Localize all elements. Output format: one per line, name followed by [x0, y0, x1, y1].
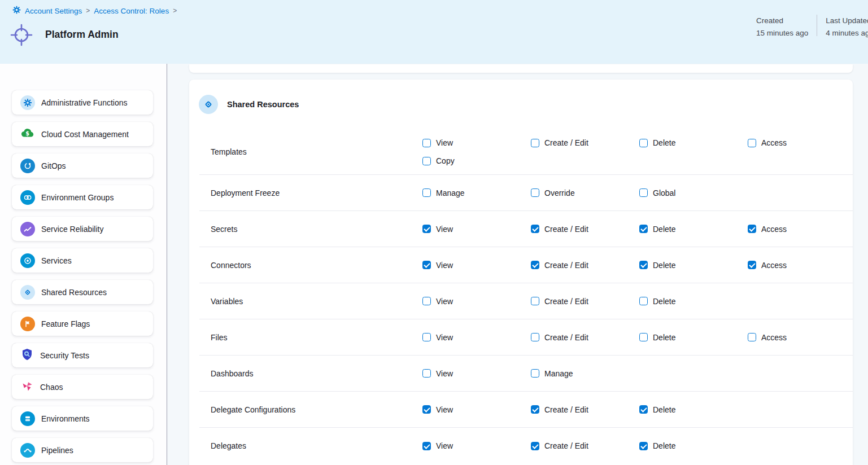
- pipelines-icon: [20, 443, 35, 458]
- sidebar-item-chaos[interactable]: Chaos: [12, 375, 153, 399]
- checkbox-label: Access: [761, 225, 787, 234]
- checkbox-delegate-configurations-create-edit[interactable]: [531, 405, 539, 414]
- permission-cell: View: [422, 225, 531, 234]
- checkbox-delegate-configurations-delete[interactable]: [639, 405, 648, 414]
- permission-cell: Create / Edit: [531, 225, 639, 234]
- page-title: Platform Admin: [45, 29, 119, 41]
- checkbox-secrets-access[interactable]: [748, 225, 756, 233]
- last-updated-value: 4 minutes ago: [826, 27, 868, 40]
- checkbox-label: Copy: [436, 156, 455, 165]
- sidebar-item-label: Environments: [41, 414, 90, 423]
- checkbox-delegates-delete[interactable]: [639, 442, 648, 450]
- permission-cell: View: [422, 297, 531, 306]
- checkbox-connectors-delete[interactable]: [639, 261, 648, 269]
- checkbox-secrets-delete[interactable]: [639, 225, 648, 233]
- checkbox-dashboards-view[interactable]: [422, 369, 431, 378]
- checkbox-label: Create / Edit: [544, 297, 588, 306]
- checkbox-secrets-create-edit[interactable]: [531, 225, 539, 233]
- checkbox-deployment-freeze-global[interactable]: [639, 188, 648, 197]
- permission-cell: Create / Edit: [531, 297, 639, 306]
- checkbox-label: Create / Edit: [544, 441, 588, 450]
- checkbox-label: Create / Edit: [544, 138, 588, 147]
- shared-resources-icon: [199, 95, 218, 114]
- permission-row-deployment-freeze: Deployment FreezeManageOverrideGlobal: [199, 175, 853, 211]
- checkbox-files-access[interactable]: [748, 333, 756, 341]
- checkbox-templates-create-edit[interactable]: [531, 139, 539, 147]
- sidebar-item-pipelines[interactable]: Pipelines: [12, 438, 153, 462]
- checkbox-label: Create / Edit: [544, 225, 588, 234]
- resource-label: Templates: [199, 147, 422, 156]
- checkbox-connectors-view[interactable]: [422, 261, 431, 269]
- checkbox-label: Delete: [653, 405, 675, 414]
- resource-label: Deployment Freeze: [199, 188, 422, 198]
- checkbox-templates-view[interactable]: [422, 139, 431, 147]
- permission-row-delegates: DelegatesViewCreate / EditDelete: [199, 428, 853, 464]
- sidebar-item-cloud-cost-management[interactable]: $Cloud Cost Management: [12, 122, 153, 146]
- sidebar-item-shared-resources[interactable]: Shared Resources: [12, 280, 153, 304]
- sidebar-item-label: GitOps: [41, 161, 66, 170]
- admin-functions-icon: [20, 95, 35, 110]
- permission-row-files: FilesViewCreate / EditDeleteAccess: [199, 319, 853, 356]
- section-header: Shared Resources: [189, 80, 853, 129]
- checkbox-delegates-view[interactable]: [422, 442, 431, 450]
- checkbox-variables-create-edit[interactable]: [531, 297, 539, 305]
- breadcrumb-access-control-roles[interactable]: Access Control: Roles: [94, 7, 169, 15]
- sidebar-item-administrative-functions[interactable]: Administrative Functions: [12, 90, 153, 115]
- permission-cell: Delete: [639, 333, 748, 342]
- checkbox-files-view[interactable]: [422, 333, 431, 341]
- crosshair-icon: [9, 23, 34, 50]
- checkbox-label: Delete: [653, 261, 675, 270]
- cloud-cost-icon: $: [20, 126, 35, 142]
- permission-row-delegate-configurations: Delegate ConfigurationsViewCreate / Edit…: [199, 392, 853, 428]
- permission-cell: Access: [748, 138, 856, 147]
- checkbox-label: View: [436, 441, 453, 450]
- last-updated-label: Last Updated: [826, 15, 868, 27]
- sidebar-item-gitops[interactable]: GitOps: [12, 153, 153, 178]
- checkbox-label: View: [436, 369, 453, 378]
- gitops-icon: [20, 159, 35, 173]
- checkbox-delegate-configurations-view[interactable]: [422, 405, 431, 414]
- breadcrumb-account-settings[interactable]: Account Settings: [25, 7, 82, 15]
- permissions-table: TemplatesViewCreate / EditDeleteAccessCo…: [189, 129, 853, 464]
- checkbox-deployment-freeze-override[interactable]: [531, 188, 539, 197]
- sidebar-item-label: Feature Flags: [41, 319, 90, 328]
- checkbox-files-delete[interactable]: [639, 333, 648, 341]
- permission-cell: View: [422, 261, 531, 270]
- sidebar-item-environment-groups[interactable]: Environment Groups: [12, 185, 153, 209]
- services-icon: [20, 253, 35, 268]
- sidebar-item-environments[interactable]: Environments: [12, 406, 153, 431]
- checkbox-variables-view[interactable]: [422, 297, 431, 305]
- breadcrumb: Account Settings > Access Control: Roles…: [12, 6, 177, 16]
- previous-section-card-edge: [189, 64, 853, 73]
- checkbox-templates-delete[interactable]: [639, 139, 648, 147]
- sidebar-item-services[interactable]: Services: [12, 248, 153, 273]
- checkbox-connectors-access[interactable]: [748, 261, 756, 269]
- checkbox-label: Manage: [544, 369, 573, 378]
- checkbox-label: Create / Edit: [544, 333, 588, 342]
- checkbox-connectors-create-edit[interactable]: [531, 261, 539, 269]
- checkbox-dashboards-manage[interactable]: [531, 369, 539, 378]
- resource-label: Connectors: [199, 261, 422, 270]
- sidebar-item-label: Pipelines: [41, 446, 73, 455]
- sidebar-item-label: Chaos: [40, 383, 63, 392]
- sidebar-item-feature-flags[interactable]: Feature Flags: [12, 312, 153, 336]
- permission-cell: Delete: [639, 405, 748, 414]
- checkbox-secrets-view[interactable]: [422, 225, 431, 233]
- service-reliability-icon: [20, 222, 35, 236]
- checkbox-deployment-freeze-manage[interactable]: [422, 188, 431, 197]
- checkbox-templates-access[interactable]: [748, 139, 756, 147]
- created-value: 15 minutes ago: [756, 27, 808, 40]
- permission-row-connectors: ConnectorsViewCreate / EditDeleteAccess: [199, 247, 853, 283]
- permission-cell: Global: [639, 188, 748, 198]
- checkbox-delegates-create-edit[interactable]: [531, 442, 539, 450]
- sidebar-item-security-tests[interactable]: Security Tests: [12, 343, 153, 367]
- checkbox-label: Override: [544, 188, 575, 198]
- checkbox-templates-copy[interactable]: [422, 157, 431, 165]
- checkbox-label: View: [436, 405, 453, 414]
- checkbox-files-create-edit[interactable]: [531, 333, 539, 341]
- checkbox-label: View: [436, 297, 453, 306]
- sidebar-item-service-reliability[interactable]: Service Reliability: [12, 217, 153, 241]
- permission-row-templates: TemplatesViewCreate / EditDeleteAccessCo…: [199, 129, 853, 175]
- checkbox-variables-delete[interactable]: [639, 297, 648, 305]
- checkbox-label: Create / Edit: [544, 261, 588, 270]
